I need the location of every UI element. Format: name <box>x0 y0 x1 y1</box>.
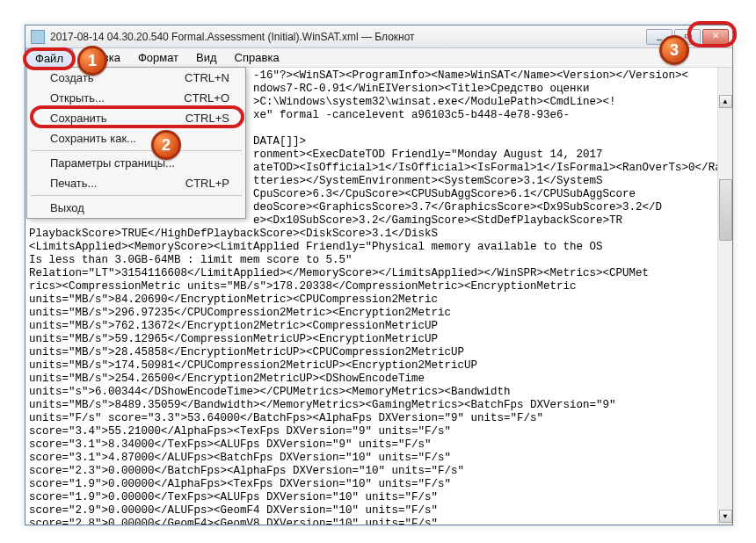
app-icon <box>31 30 45 44</box>
menu-item-saveas[interactable]: Сохранить как... <box>27 128 245 148</box>
menu-separator <box>31 195 242 196</box>
menu-item-save[interactable]: Сохранить CTRL+S <box>27 108 245 128</box>
menu-help[interactable]: Справка <box>226 48 288 67</box>
menu-item-open[interactable]: Открыть... CTRL+O <box>27 88 245 108</box>
file-dropdown: Создать CTRL+N Открыть... CTRL+O Сохрани… <box>26 67 246 219</box>
menu-file[interactable]: Файл <box>25 48 73 67</box>
menu-item-label: Сохранить как... <box>50 132 136 145</box>
badge-1: 1 <box>77 46 107 76</box>
menu-item-print[interactable]: Печать... CTRL+P <box>27 173 245 193</box>
menu-item-accel: CTRL+P <box>185 177 229 190</box>
window-title: 2017-08-14 04.30.20.540 Formal.Assessmen… <box>50 31 644 43</box>
badge-3: 3 <box>659 35 689 65</box>
menubar: Файл Правка Формат Вид Справка <box>25 48 732 68</box>
menu-item-label: Печать... <box>50 177 97 190</box>
menu-separator <box>31 150 242 151</box>
menu-item-label: Выход <box>50 201 84 214</box>
menu-item-label: Открыть... <box>50 91 105 105</box>
menu-view[interactable]: Вид <box>187 48 226 67</box>
close-button[interactable]: ✕ <box>702 29 729 45</box>
scroll-down-button[interactable]: ▼ <box>719 510 732 523</box>
menu-item-label: Сохранить <box>50 112 107 125</box>
menu-item-exit[interactable]: Выход <box>27 198 245 218</box>
vertical-scrollbar[interactable]: ▲ ▼ <box>717 68 732 525</box>
menu-item-pagesetup[interactable]: Параметры страницы... <box>27 153 245 173</box>
titlebar[interactable]: 2017-08-14 04.30.20.540 Formal.Assessmen… <box>25 25 732 48</box>
menu-item-label: Параметры страницы... <box>50 156 175 170</box>
scroll-up-button[interactable]: ▲ <box>719 95 732 108</box>
menu-item-accel: CTRL+O <box>184 91 229 105</box>
menu-item-new[interactable]: Создать CTRL+N <box>27 68 245 88</box>
badge-2: 2 <box>151 130 181 160</box>
scroll-thumb[interactable] <box>719 179 732 241</box>
menu-format[interactable]: Формат <box>129 48 187 67</box>
menu-item-accel: CTRL+S <box>185 112 229 125</box>
menu-item-accel: CTRL+N <box>185 71 229 84</box>
